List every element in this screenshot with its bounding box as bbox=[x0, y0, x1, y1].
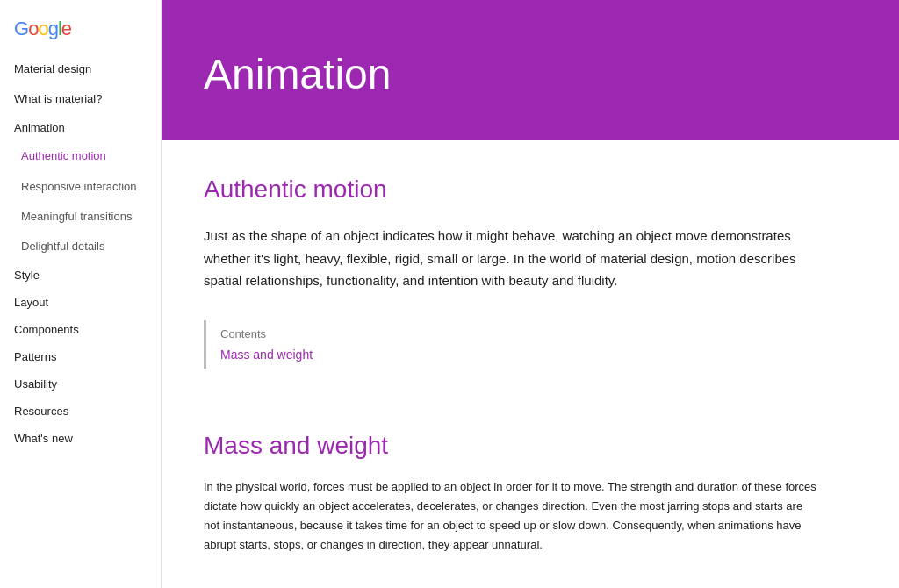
authentic-motion-body: Just as the shape of an object indicates… bbox=[204, 225, 818, 292]
page-title: Animation bbox=[204, 50, 391, 98]
content-area: Authentic motion Just as the shape of an… bbox=[162, 140, 899, 588]
mass-and-weight-body: In the physical world, forces must be ap… bbox=[204, 477, 818, 555]
main-content: Animation Authentic motion Just as the s… bbox=[162, 0, 899, 588]
sidebar-item-meaningful-transitions[interactable]: Meaningful transitions bbox=[0, 202, 161, 232]
sidebar-item-components[interactable]: Components bbox=[0, 316, 161, 343]
sidebar-item-responsive-interaction[interactable]: Responsive interaction bbox=[0, 172, 161, 202]
sidebar-item-what-is-material[interactable]: What is material? bbox=[0, 84, 161, 114]
sidebar-item-delightful-details[interactable]: Delightful details bbox=[0, 232, 161, 262]
google-logo: Google bbox=[0, 11, 161, 54]
sidebar-item-patterns[interactable]: Patterns bbox=[0, 343, 161, 370]
hero-banner: Animation bbox=[162, 0, 899, 140]
sidebar-item-whats-new[interactable]: What's new bbox=[0, 425, 161, 452]
contents-box: Contents Mass and weight bbox=[204, 320, 857, 369]
mass-and-weight-title: Mass and weight bbox=[204, 432, 857, 460]
sidebar-item-usability[interactable]: Usability bbox=[0, 370, 161, 398]
sidebar-item-layout[interactable]: Layout bbox=[0, 289, 161, 316]
sidebar-item-authentic-motion[interactable]: Authentic motion bbox=[0, 141, 161, 171]
sidebar-item-material-design[interactable]: Material design bbox=[0, 54, 161, 84]
contents-label: Contents bbox=[220, 327, 843, 341]
sidebar: Google Material design What is material?… bbox=[0, 0, 162, 588]
sidebar-item-animation[interactable]: Animation bbox=[0, 114, 161, 141]
section-divider bbox=[204, 404, 857, 432]
sidebar-item-style[interactable]: Style bbox=[0, 262, 161, 289]
authentic-motion-title: Authentic motion bbox=[204, 176, 857, 204]
sidebar-item-resources[interactable]: Resources bbox=[0, 398, 161, 425]
mass-and-weight-link[interactable]: Mass and weight bbox=[220, 348, 843, 362]
